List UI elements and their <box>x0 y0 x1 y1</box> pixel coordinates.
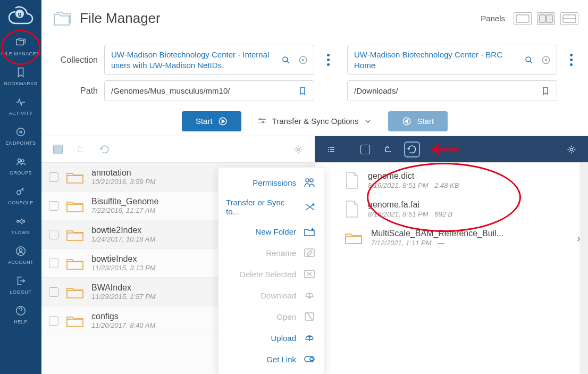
svg-rect-12 <box>516 15 529 22</box>
transfer-sync-options[interactable]: Transfer & Sync Options <box>257 117 373 126</box>
collection-input-left[interactable]: UW-Madison Biotechnology Center - Intern… <box>104 45 314 75</box>
svg-point-33 <box>310 358 313 361</box>
svg-point-8 <box>23 220 25 222</box>
menu-icon <box>303 247 316 259</box>
list-view-icon[interactable] <box>323 142 339 157</box>
file-name: genome.dict <box>368 171 578 181</box>
disc-icon <box>14 126 27 138</box>
svg-point-7 <box>17 220 19 222</box>
menu-transfer-or-sync-to-[interactable]: Transfer or Sync to... <box>224 193 318 221</box>
svg-rect-31 <box>305 313 314 320</box>
row-checkbox[interactable] <box>49 259 58 268</box>
file-row[interactable]: genome.fa.fai 8/16/2021, 8:51 PM 692 B <box>315 195 588 223</box>
toolbar-right <box>315 136 588 162</box>
bookmark-icon <box>14 66 27 79</box>
row-checkbox[interactable] <box>49 172 58 182</box>
path-input-right[interactable]: /Downloads/ <box>347 80 557 101</box>
svg-point-27 <box>306 179 309 182</box>
file-size: 2.48 KB <box>434 181 459 189</box>
start-right-button[interactable]: Start <box>388 111 448 131</box>
collection-path-area: Collection UW-Madison Biotechnology Cent… <box>41 37 588 112</box>
up-folder-icon[interactable] <box>73 142 89 157</box>
up-folder-icon[interactable] <box>381 142 397 157</box>
collection-menu-right[interactable] <box>564 48 578 72</box>
path-input-left[interactable]: /Genomes/Mus_musculus/mm10/ <box>104 80 314 101</box>
svg-point-5 <box>21 160 24 162</box>
panels-label: Panels <box>481 14 505 23</box>
search-icon[interactable] <box>280 54 292 67</box>
bookmark-icon[interactable] <box>541 85 552 97</box>
panel-single-button[interactable] <box>514 12 532 25</box>
menu-get-link[interactable]: Get Link <box>224 348 318 370</box>
gear-icon[interactable] <box>564 142 579 157</box>
nav-groups[interactable]: GROUPS <box>0 150 41 180</box>
svg-text:g: g <box>18 11 22 17</box>
nav-help[interactable]: HELP <box>0 299 41 329</box>
svg-point-23 <box>262 121 264 123</box>
actions-menu: PermissionsTransfer or Sync to...New Fol… <box>218 167 324 374</box>
svg-point-3 <box>20 131 22 133</box>
file-size: — <box>438 239 444 247</box>
search-icon[interactable] <box>523 54 535 67</box>
menu-permissions[interactable]: Permissions <box>224 172 318 193</box>
app-logo: g <box>4 2 37 30</box>
svg-rect-14 <box>547 15 552 22</box>
menu-new-folder[interactable]: New Folder <box>224 221 318 242</box>
nav-activity[interactable]: ACTIVITY <box>0 90 41 120</box>
pulse-icon <box>14 96 27 109</box>
nav-console[interactable]: CONSOLE <box>0 180 41 210</box>
menu-icon <box>303 268 316 280</box>
nav-bookmarks[interactable]: BOOKMARKS <box>0 61 41 90</box>
toolbar-left <box>41 136 315 162</box>
nav-file-manager[interactable]: FILE MANAGER <box>0 31 41 61</box>
svg-point-22 <box>259 118 261 120</box>
page-header: File Manager Panels <box>41 0 588 37</box>
svg-point-10 <box>19 248 22 252</box>
menu-icon <box>303 332 316 344</box>
refresh-icon[interactable] <box>404 142 420 157</box>
file-manager-icon <box>51 8 72 29</box>
menu-upload[interactable]: Upload <box>224 327 318 348</box>
clear-icon[interactable] <box>297 54 309 67</box>
bookmark-icon[interactable] <box>298 85 309 97</box>
row-checkbox[interactable] <box>49 287 58 297</box>
select-all-checkbox[interactable] <box>50 142 66 157</box>
menu-delete-selected: Delete Selected <box>224 263 318 285</box>
collection-input-right[interactable]: UW-Madison Biotechnology Center - BRC Ho… <box>347 45 557 75</box>
file-row[interactable]: MultiScale_BAM_Reference_Buil... 7/12/20… <box>315 223 588 252</box>
panel-wide-button[interactable] <box>560 12 578 25</box>
start-left-button[interactable]: Start <box>182 111 241 131</box>
row-checkbox[interactable] <box>49 316 58 326</box>
pane-right: genome.dict 8/16/2021, 8:51 PM 2.48 KB g… <box>315 163 588 374</box>
file-icon <box>345 200 359 218</box>
collection-menu-left[interactable] <box>321 48 335 72</box>
menu-icon <box>303 201 316 213</box>
nav-account[interactable]: ACCOUNT <box>0 239 41 269</box>
nav-logout[interactable]: LOGOUT <box>0 269 41 299</box>
nav-flows[interactable]: FLOWS <box>0 210 41 239</box>
clear-icon[interactable] <box>540 54 552 67</box>
nav-endpoints[interactable]: ENDPOINTS <box>0 120 41 150</box>
svg-point-4 <box>18 159 21 162</box>
menu-rename: Rename <box>224 242 318 263</box>
file-size: 692 B <box>434 210 452 218</box>
page-title: File Manager <box>80 10 481 27</box>
panel-split-button[interactable] <box>537 12 555 25</box>
file-date: 7/12/2021, 1:11 PM <box>371 239 431 247</box>
folder-icon <box>66 170 84 185</box>
row-checkbox[interactable] <box>49 230 58 239</box>
flows-icon <box>14 215 27 228</box>
svg-point-17 <box>283 57 288 62</box>
file-toolbars <box>41 136 588 163</box>
refresh-icon[interactable] <box>97 142 113 157</box>
file-row[interactable]: genome.dict 8/16/2021, 8:51 PM 2.48 KB <box>315 166 588 195</box>
row-checkbox[interactable] <box>49 201 58 211</box>
select-all-checkbox[interactable] <box>357 142 373 157</box>
file-date: 8/16/2021, 8:51 PM <box>368 181 428 189</box>
scrollbar[interactable] <box>579 163 588 374</box>
logout-icon <box>14 275 27 287</box>
svg-point-2 <box>17 128 25 136</box>
gear-icon[interactable] <box>290 142 306 157</box>
file-name: MultiScale_BAM_Reference_Buil... <box>371 229 578 238</box>
folder-pair-icon <box>14 36 27 49</box>
